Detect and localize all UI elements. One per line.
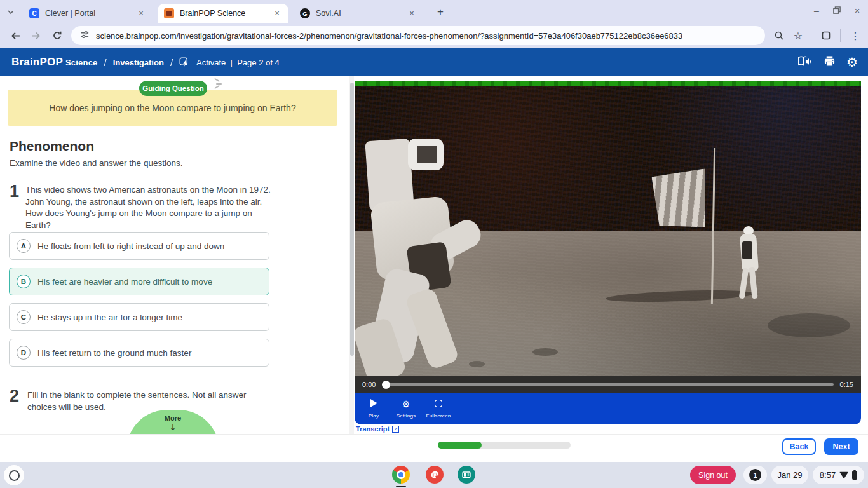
play-button[interactable]: Play <box>360 398 388 419</box>
window-restore-icon[interactable] <box>832 6 841 16</box>
forward-nav-icon[interactable] <box>28 28 43 43</box>
back-button[interactable]: Back <box>782 438 816 455</box>
settings-gear-icon[interactable]: ⚙ <box>846 55 858 70</box>
section-title: Phenomenon <box>10 139 94 154</box>
browser-tab-strip: C Clever | Portal × BrainPOP Science × G… <box>0 0 868 23</box>
toolbar-divider <box>840 29 841 42</box>
active-app-indicator <box>396 486 406 488</box>
option-label: His feet are heavier and more difficult … <box>37 277 212 287</box>
canvas-app-icon[interactable] <box>426 466 444 484</box>
window-controls: – × <box>812 6 862 16</box>
fullscreen-button[interactable]: Fullscreen <box>424 398 452 419</box>
fullscreen-label: Fullscreen <box>424 413 452 419</box>
more-button[interactable]: More ↓ <box>126 410 219 434</box>
question-1-text: This video shows two American astronauts… <box>25 184 275 231</box>
notification-tray[interactable]: 1 <box>743 466 767 484</box>
transcript-link[interactable]: Transcript ↗ <box>356 425 399 433</box>
page-progress-fill <box>438 442 482 449</box>
option-letter: D <box>17 346 31 360</box>
clever-favicon-icon: C <box>29 8 39 18</box>
answer-option-a[interactable]: A He floats from left to right instead o… <box>9 232 269 260</box>
tab-sovi-ai[interactable]: G Sovi.AI × <box>294 4 423 23</box>
external-link-icon: ↗ <box>392 426 399 433</box>
window-close-icon[interactable]: × <box>853 6 862 16</box>
date-tray[interactable]: Jan 29 <box>771 466 808 484</box>
wifi-icon <box>839 471 848 479</box>
astronaut-right <box>736 226 769 309</box>
tab-close-icon[interactable]: × <box>136 8 146 18</box>
screen: C Clever | Portal × BrainPOP Science × G… <box>0 0 868 488</box>
answer-option-b[interactable]: B His feet are heavier and more difficul… <box>9 268 269 295</box>
url-bar[interactable]: science.brainpop.com/investigation/gravi… <box>71 26 765 45</box>
tab-brainpop-science[interactable]: BrainPOP Science × <box>158 4 288 23</box>
answer-option-d[interactable]: D His feet return to the ground much fas… <box>9 339 269 367</box>
page-progress-track <box>438 442 571 449</box>
answer-option-c[interactable]: C He stays up in the air for a longer ti… <box>9 303 269 331</box>
video-frame[interactable] <box>355 81 861 376</box>
breadcrumb-investigation[interactable]: Investigation <box>113 58 164 67</box>
bookmark-star-icon[interactable]: ☆ <box>790 28 806 43</box>
brainpop-header: BrainPOPScience / Investigation / Activa… <box>0 48 868 76</box>
tab-title: Sovi.AI <box>316 9 407 18</box>
settings-button[interactable]: ⚙ Settings <box>392 398 420 419</box>
video-controls-bar: Play ⚙ Settings Fullscreen <box>355 393 861 424</box>
more-arrow-icon: ↓ <box>126 423 219 432</box>
option-letter: B <box>17 274 31 288</box>
gear-icon: ⚙ <box>402 400 410 409</box>
tab-search-chevron-icon[interactable] <box>5 6 17 18</box>
tab-close-icon[interactable]: × <box>272 8 282 18</box>
date-label: Jan 29 <box>777 470 802 480</box>
astronaut-left <box>355 81 501 376</box>
status-tray[interactable]: 8:57 <box>813 466 864 484</box>
option-letter: C <box>17 310 31 324</box>
notification-badge: 1 <box>749 469 761 481</box>
question-2-text: Fill in the blank to complete the senten… <box>27 390 268 413</box>
browser-menu-icon[interactable]: ⋮ <box>848 28 863 43</box>
seek-bar[interactable] <box>382 383 833 386</box>
option-label: His feet return to the ground much faste… <box>37 348 191 358</box>
activate-bolt-icon <box>179 57 190 68</box>
video-player: 0:00 0:15 Play ⚙ Settings Fullscreen Tra… <box>355 81 861 435</box>
american-flag <box>651 168 709 231</box>
page-indicator: Page 2 of 4 <box>237 58 280 67</box>
play-icon <box>370 399 377 407</box>
fullscreen-icon <box>435 400 442 407</box>
site-info-icon[interactable] <box>80 30 90 42</box>
current-time: 0:00 <box>362 381 376 388</box>
guiding-question-text: How does jumping on the Moon compare to … <box>49 103 295 113</box>
play-label: Play <box>360 413 388 419</box>
panel-scrollbar-thumb[interactable] <box>350 83 354 356</box>
time-label: 8:57 <box>820 470 836 480</box>
new-tab-button[interactable]: + <box>433 5 447 19</box>
tab-close-icon[interactable]: × <box>407 8 417 18</box>
option-label: He floats from left to right instead of … <box>37 241 224 251</box>
tab-title: Clever | Portal <box>45 9 136 18</box>
next-button[interactable]: Next <box>824 438 858 455</box>
zoom-icon[interactable] <box>771 28 787 43</box>
guiding-question-pill: Guiding Question <box>139 81 207 96</box>
lesson-panel: Guiding Question How does jumping on the… <box>0 76 355 434</box>
launcher-icon[interactable] <box>4 465 24 485</box>
read-aloud-icon[interactable] <box>797 55 813 70</box>
window-minimize-icon[interactable]: – <box>812 6 821 16</box>
duration: 0:15 <box>840 381 853 388</box>
tab-clever-portal[interactable]: C Clever | Portal × <box>23 4 153 23</box>
brainpop-favicon-icon <box>164 8 174 18</box>
section-subtitle: Examine the video and answer the questio… <box>10 158 182 168</box>
reload-icon[interactable] <box>50 28 65 43</box>
print-icon[interactable] <box>824 55 836 70</box>
rock <box>532 348 558 356</box>
brainpop-logo[interactable]: BrainPOPScience <box>11 56 98 69</box>
chrome-app-icon[interactable] <box>392 466 410 484</box>
sign-out-button[interactable]: Sign out <box>690 466 736 484</box>
browser-toolbar: science.brainpop.com/investigation/gravi… <box>0 23 868 48</box>
cursor-doodle <box>210 78 223 88</box>
back-nav-icon[interactable] <box>8 28 23 43</box>
battery-icon <box>852 471 857 480</box>
option-label: He stays up in the air for a longer time <box>37 313 182 322</box>
extensions-icon[interactable] <box>818 28 834 43</box>
screencast-app-icon[interactable] <box>458 466 475 484</box>
seek-handle[interactable] <box>382 381 390 389</box>
url-text: science.brainpop.com/investigation/gravi… <box>96 31 682 41</box>
sovi-favicon-icon: G <box>300 8 310 18</box>
